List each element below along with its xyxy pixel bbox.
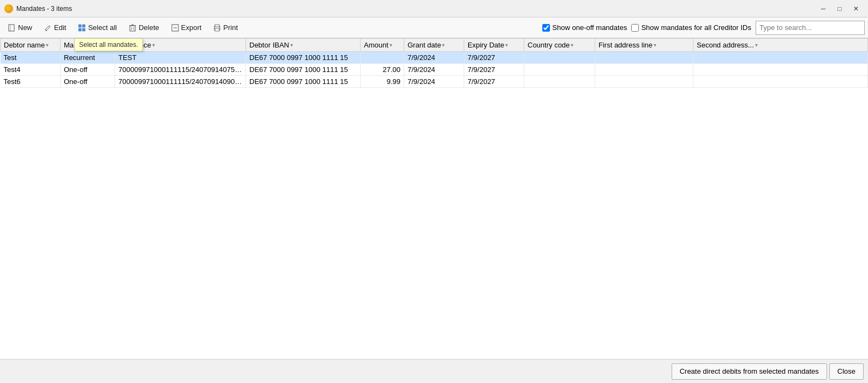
col-header-first-address[interactable]: First address line ▾ (595, 39, 693, 52)
cell-mandate-type: Recurrent (61, 52, 115, 64)
cell-first-address (595, 76, 693, 88)
col-header-reference[interactable]: Reference ▾ (115, 39, 246, 52)
filter-icon-mandate-type: ▾ (108, 42, 111, 48)
new-icon (8, 24, 16, 32)
svg-rect-3 (79, 25, 81, 27)
select-all-icon (78, 24, 86, 32)
show-all-creditor-checkbox[interactable] (631, 24, 639, 32)
cell-second-address (693, 64, 868, 76)
filter-icon-amount: ▾ (390, 42, 392, 48)
filter-icon-reference: ▾ (152, 42, 155, 48)
cell-grant-date: 7/9/2024 (404, 76, 464, 88)
delete-icon (129, 24, 136, 32)
cell-grant-date: 7/9/2024 (404, 64, 464, 76)
svg-rect-7 (130, 26, 135, 31)
edit-label: Edit (54, 23, 66, 32)
edit-icon (44, 24, 52, 32)
window-title: Mandates - 3 items (16, 5, 72, 13)
col-header-debtor-name[interactable]: Debtor name ▾ (1, 39, 61, 52)
col-header-amount[interactable]: Amount ▾ (361, 39, 404, 52)
cell-mandate-type: One-off (61, 64, 115, 76)
window-controls: ─ □ ✕ (816, 3, 864, 15)
filter-icon-country-code: ▾ (571, 42, 573, 48)
cell-debtor-name: Test (1, 52, 61, 64)
export-icon (171, 24, 179, 32)
col-header-grant-date[interactable]: Grant date ▾ (404, 39, 464, 52)
cell-first-address (595, 52, 693, 64)
show-all-creditor-label[interactable]: Show mandates for all Creditor IDs (631, 23, 751, 32)
close-button[interactable]: Close (829, 363, 864, 380)
bottom-bar: Create direct debits from selected manda… (0, 359, 868, 383)
cell-country-code (524, 64, 595, 76)
col-header-debtor-iban[interactable]: Debtor IBAN ▾ (246, 39, 361, 52)
cell-amount (361, 52, 404, 64)
new-button[interactable]: New (3, 20, 37, 35)
edit-button[interactable]: Edit (39, 20, 71, 35)
col-header-second-address[interactable]: Second address... ▾ (693, 39, 868, 52)
col-header-mandate-type[interactable]: Mandate type ▾ (61, 39, 115, 52)
cell-reference: 700009971000111115/240709140758663 (115, 64, 246, 76)
filter-icon-grant-date: ▾ (442, 42, 445, 48)
cell-debtor-name: Test4 (1, 64, 61, 76)
create-direct-debits-button[interactable]: Create direct debits from selected manda… (672, 363, 827, 380)
cell-debtor-iban: DE67 7000 0997 1000 1111 15 (246, 52, 361, 64)
cell-second-address (693, 76, 868, 88)
cell-second-address (693, 52, 868, 64)
table-row[interactable]: Test4One-off700009971000111115/240709140… (1, 64, 868, 76)
filter-icon-expiry-date: ▾ (505, 42, 508, 48)
table-body: TestRecurrentTESTDE67 7000 0997 1000 111… (1, 52, 868, 88)
toolbar-right: Show one-off mandates Show mandates for … (542, 21, 865, 35)
title-bar-left: Mandates - 3 items (4, 4, 72, 13)
export-button[interactable]: Export (166, 20, 207, 35)
svg-rect-0 (9, 25, 14, 31)
cell-expiry-date: 7/9/2027 (464, 64, 524, 76)
table-container: Debtor name ▾ Mandate type ▾ Reference ▾ (0, 38, 868, 359)
mandates-table: Debtor name ▾ Mandate type ▾ Reference ▾ (0, 38, 868, 88)
cell-expiry-date: 7/9/2027 (464, 76, 524, 88)
cell-country-code (524, 76, 595, 88)
app-icon (4, 4, 13, 13)
title-bar: Mandates - 3 items ─ □ ✕ (0, 0, 868, 17)
svg-rect-16 (215, 28, 219, 31)
cell-amount: 9.99 (361, 76, 404, 88)
col-header-country-code[interactable]: Country code ▾ (524, 39, 595, 52)
close-window-button[interactable]: ✕ (848, 3, 864, 15)
filter-icon-debtor-name: ▾ (46, 42, 49, 48)
select-all-button[interactable]: Select all (73, 20, 122, 35)
print-icon (213, 24, 221, 32)
filter-icon-debtor-iban: ▾ (290, 42, 293, 48)
new-label: New (18, 23, 32, 32)
print-label: Print (223, 23, 238, 32)
cell-debtor-iban: DE67 7000 0997 1000 1111 15 (246, 76, 361, 88)
cell-reference: TEST (115, 52, 246, 64)
col-header-expiry-date[interactable]: Expiry Date ▾ (464, 39, 524, 52)
table-row[interactable]: TestRecurrentTESTDE67 7000 0997 1000 111… (1, 52, 868, 64)
search-input[interactable] (756, 21, 865, 35)
svg-rect-4 (82, 25, 85, 27)
svg-rect-15 (215, 25, 219, 27)
toolbar: New Edit Select all Delete (0, 17, 868, 38)
show-one-off-checkbox[interactable] (542, 24, 550, 32)
filter-icon-second-address: ▾ (755, 42, 758, 48)
cell-reference: 700009971000111115/240709140902950 (115, 76, 246, 88)
cell-grant-date: 7/9/2024 (404, 52, 464, 64)
cell-amount: 27.00 (361, 64, 404, 76)
table-header: Debtor name ▾ Mandate type ▾ Reference ▾ (1, 39, 868, 52)
show-one-off-label[interactable]: Show one-off mandates (542, 23, 627, 32)
select-all-label: Select all (88, 23, 117, 32)
minimize-button[interactable]: ─ (816, 3, 831, 15)
delete-label: Delete (139, 23, 159, 32)
cell-debtor-iban: DE67 7000 0997 1000 1111 15 (246, 64, 361, 76)
cell-mandate-type: One-off (61, 76, 115, 88)
svg-rect-6 (82, 28, 85, 31)
cell-country-code (524, 52, 595, 64)
filter-icon-first-address: ▾ (654, 42, 656, 48)
export-label: Export (181, 23, 202, 32)
table-row[interactable]: Test6One-off700009971000111115/240709140… (1, 76, 868, 88)
svg-rect-5 (79, 28, 81, 31)
maximize-button[interactable]: □ (832, 3, 847, 15)
cell-debtor-name: Test6 (1, 76, 61, 88)
print-button[interactable]: Print (208, 20, 243, 35)
delete-button[interactable]: Delete (124, 20, 164, 35)
cell-expiry-date: 7/9/2027 (464, 52, 524, 64)
